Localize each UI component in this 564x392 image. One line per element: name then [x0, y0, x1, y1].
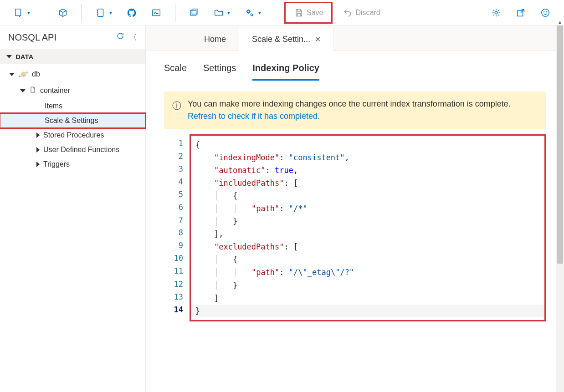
subtab-settings[interactable]: Settings: [203, 63, 236, 81]
scroll-thumb[interactable]: [557, 25, 563, 264]
save-label: Save: [307, 9, 323, 17]
caret-down-icon: [20, 89, 26, 92]
folder-button[interactable]: ▾: [209, 5, 235, 20]
smile-icon: [540, 8, 550, 18]
api-title: NOSQL API: [8, 32, 56, 43]
toolbar-divider: [44, 4, 44, 22]
new-doc-icon: [14, 8, 24, 18]
svg-point-10: [544, 11, 544, 12]
subtab-scale[interactable]: Scale: [164, 63, 187, 81]
db-label: db: [32, 70, 40, 78]
notebook-icon: [96, 8, 106, 18]
caret-down-icon: [6, 55, 12, 58]
chevron-down-icon: ▾: [109, 10, 112, 16]
subtabs: Scale Settings Indexing Policy: [146, 51, 564, 81]
tab-scale-settings[interactable]: Scale & Settin... ✕: [239, 28, 334, 51]
undo-icon: [343, 8, 353, 18]
sidebar: NOSQL API 〈 DATA 🪐 db container Items: [0, 25, 146, 392]
content-area: Home Scale & Settin... ✕ Scale Settings …: [146, 25, 564, 392]
svg-point-9: [542, 9, 549, 16]
tree-item-label: User Defined Functions: [43, 146, 119, 154]
svg-point-5: [247, 10, 250, 13]
folder-icon: [214, 8, 224, 18]
tree-udf[interactable]: User Defined Functions: [0, 143, 145, 157]
tree-item-label: Items: [45, 102, 62, 110]
tree-item-label: Triggers: [43, 160, 70, 168]
caret-right-icon: [36, 132, 40, 138]
subtab-indexing-policy[interactable]: Indexing Policy: [252, 63, 319, 81]
line-gutter: 1234567891011121314: [164, 134, 190, 321]
sidebar-header: NOSQL API 〈: [0, 25, 145, 49]
db-icon-button[interactable]: [53, 5, 72, 20]
github-icon: [127, 8, 137, 18]
info-icon: ⓘ: [172, 99, 181, 112]
container-label: container: [40, 87, 70, 95]
toolbar: ▾ ▾ ▾ ▾ Save Discard: [0, 0, 564, 25]
svg-rect-2: [153, 10, 160, 15]
info-banner: ⓘ You can make more indexing changes onc…: [164, 92, 546, 129]
section-label: DATA: [15, 53, 33, 61]
svg-point-7: [495, 11, 497, 14]
caret-right-icon: [36, 147, 40, 153]
svg-rect-4: [192, 9, 198, 14]
windows-icon: [189, 8, 199, 18]
open-external-button[interactable]: [511, 5, 530, 20]
chevron-down-icon: ▾: [227, 10, 230, 16]
document-tabs: Home Scale & Settin... ✕: [146, 25, 564, 51]
save-icon: [294, 8, 304, 18]
container-icon: [29, 86, 36, 96]
refresh-link[interactable]: Refresh to check if it has completed.: [188, 112, 320, 121]
scroll-up-icon[interactable]: ▲: [556, 18, 564, 25]
package-icon: [58, 8, 68, 18]
tree-item-label: Stored Procedures: [43, 131, 104, 139]
tree: 🪐 db container Items Scale & Settings St…: [0, 64, 145, 173]
tab-label: Home: [204, 35, 226, 44]
window-button[interactable]: [185, 5, 204, 20]
chevron-down-icon: ▾: [27, 10, 30, 16]
svg-point-6: [251, 14, 253, 16]
tree-db[interactable]: 🪐 db: [0, 66, 145, 82]
new-item-button[interactable]: ▾: [9, 5, 35, 20]
discard-label: Discard: [355, 9, 380, 17]
github-button[interactable]: [122, 5, 141, 20]
svg-rect-3: [190, 10, 196, 15]
caret-down-icon: [9, 73, 15, 76]
notebook-button[interactable]: ▾: [91, 5, 117, 20]
save-button[interactable]: Save: [284, 2, 333, 24]
collapse-icon[interactable]: 〈: [129, 32, 137, 43]
sidebar-section-data[interactable]: DATA: [0, 49, 145, 64]
tree-items[interactable]: Items: [0, 99, 145, 113]
banner-message: You can make more indexing changes once …: [188, 99, 511, 108]
terminal-button[interactable]: [147, 5, 166, 20]
toolbar-divider: [175, 4, 175, 22]
gears-icon: [245, 8, 255, 18]
feedback-button[interactable]: [536, 5, 555, 20]
svg-point-11: [546, 11, 547, 12]
settings-button[interactable]: [487, 5, 506, 20]
external-icon: [516, 8, 526, 18]
tree-item-label: Scale & Settings: [45, 117, 98, 125]
banner-text: You can make more indexing changes once …: [188, 98, 538, 122]
tab-home[interactable]: Home: [191, 28, 239, 51]
toolbar-divider: [82, 4, 82, 22]
tree-triggers[interactable]: Triggers: [0, 157, 145, 172]
database-icon: 🪐: [18, 69, 28, 79]
chevron-down-icon: ▾: [258, 10, 261, 16]
settings-dropdown-button[interactable]: ▾: [240, 5, 266, 20]
gear-icon: [491, 8, 501, 18]
code-editor[interactable]: { "indexingMode": "consistent", "automat…: [191, 136, 544, 320]
tree-container[interactable]: container: [0, 82, 145, 99]
tree-scale-settings[interactable]: Scale & Settings: [0, 113, 145, 128]
refresh-icon[interactable]: [116, 32, 124, 43]
svg-rect-0: [15, 9, 21, 15]
vertical-scrollbar[interactable]: ▲: [556, 25, 564, 392]
tab-label: Scale & Settin...: [252, 35, 310, 44]
tree-stored-procedures[interactable]: Stored Procedures: [0, 128, 145, 143]
close-icon[interactable]: ✕: [315, 35, 321, 44]
terminal-icon: [151, 8, 161, 18]
svg-rect-1: [98, 9, 103, 16]
caret-right-icon: [36, 162, 40, 167]
toolbar-divider: [275, 4, 275, 22]
discard-button[interactable]: Discard: [338, 5, 385, 20]
